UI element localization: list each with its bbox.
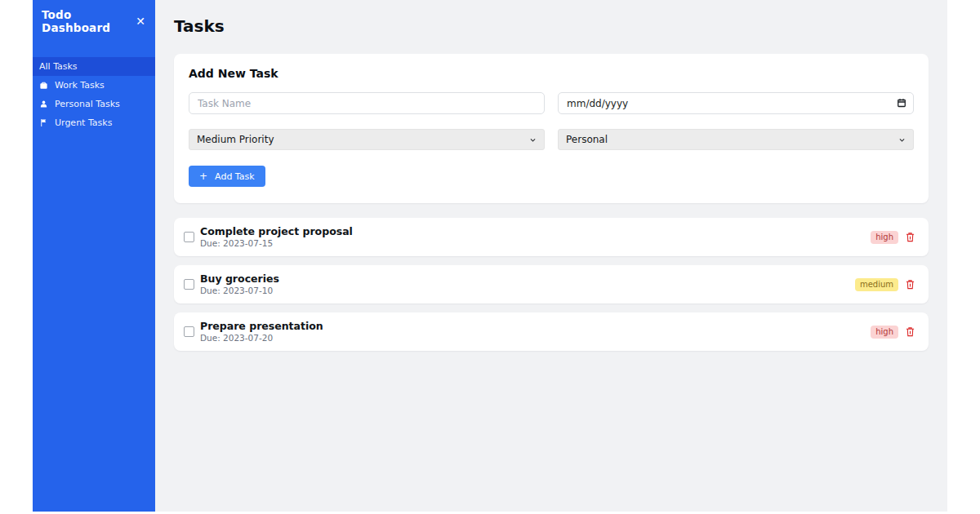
task-row: Buy groceries Due: 2023-07-10 medium bbox=[174, 265, 929, 304]
due-date-input[interactable]: mm/dd/yyyy bbox=[558, 92, 914, 114]
task-actions: medium bbox=[855, 278, 915, 291]
task-title: Buy groceries bbox=[200, 273, 279, 286]
app-window: Todo Dashboard ✕ All Tasks Work Tasks Pe… bbox=[33, 0, 947, 512]
sidebar-item-all-tasks[interactable]: All Tasks bbox=[33, 57, 155, 76]
sidebar-item-label: All Tasks bbox=[39, 61, 78, 72]
task-row: Prepare presentation Due: 2023-07-20 hig… bbox=[174, 312, 929, 351]
close-icon[interactable]: ✕ bbox=[136, 16, 145, 27]
priority-badge: high bbox=[871, 231, 898, 244]
task-title: Prepare presentation bbox=[200, 320, 323, 333]
task-due-date: Due: 2023-07-20 bbox=[200, 333, 323, 343]
form-title: Add New Task bbox=[189, 67, 914, 80]
task-checkbox[interactable] bbox=[184, 279, 194, 290]
trash-icon bbox=[905, 279, 915, 290]
priority-select[interactable]: Medium Priority bbox=[189, 129, 545, 150]
task-actions: high bbox=[871, 231, 915, 244]
task-info: Complete project proposal Due: 2023-07-1… bbox=[200, 225, 353, 250]
task-checkbox[interactable] bbox=[184, 326, 194, 337]
task-actions: high bbox=[871, 326, 915, 339]
task-title: Complete project proposal bbox=[200, 225, 353, 238]
sidebar-item-label: Work Tasks bbox=[55, 80, 105, 91]
category-select[interactable]: Personal bbox=[558, 129, 914, 150]
trash-icon bbox=[905, 326, 915, 337]
task-row: Complete project proposal Due: 2023-07-1… bbox=[174, 218, 929, 256]
task-checkbox[interactable] bbox=[184, 232, 194, 242]
flag-icon bbox=[39, 118, 48, 127]
person-icon bbox=[39, 100, 48, 109]
add-task-button-label: Add Task bbox=[215, 171, 255, 182]
task-due-date: Due: 2023-07-15 bbox=[200, 238, 353, 249]
delete-task-button[interactable] bbox=[905, 232, 915, 242]
delete-task-button[interactable] bbox=[905, 326, 915, 337]
main-content: Tasks Add New Task mm/dd/yyyy Medium Pri… bbox=[155, 0, 947, 512]
sidebar-item-label: Personal Tasks bbox=[55, 99, 120, 109]
sidebar-item-label: Urgent Tasks bbox=[55, 117, 112, 128]
task-name-input[interactable] bbox=[189, 92, 545, 114]
calendar-icon[interactable] bbox=[897, 95, 906, 111]
add-task-button[interactable]: + Add Task bbox=[189, 166, 265, 187]
sidebar-header: Todo Dashboard ✕ bbox=[33, 0, 155, 34]
page-title: Tasks bbox=[174, 16, 929, 36]
priority-badge: medium bbox=[855, 278, 898, 291]
task-info: Prepare presentation Due: 2023-07-20 bbox=[200, 320, 323, 344]
sidebar-item-personal-tasks[interactable]: Personal Tasks bbox=[33, 95, 155, 113]
add-task-form: Add New Task mm/dd/yyyy Medium Priority bbox=[174, 54, 929, 203]
delete-task-button[interactable] bbox=[905, 279, 915, 290]
briefcase-icon bbox=[39, 81, 48, 90]
form-grid: mm/dd/yyyy Medium Priority Personal bbox=[189, 92, 914, 150]
task-due-date: Due: 2023-07-10 bbox=[200, 286, 279, 296]
due-date-value: mm/dd/yyyy bbox=[567, 98, 628, 109]
trash-icon bbox=[905, 232, 915, 242]
chevron-down-icon bbox=[529, 136, 537, 144]
task-info: Buy groceries Due: 2023-07-10 bbox=[200, 273, 279, 297]
sidebar-nav: All Tasks Work Tasks Personal Tasks Urge… bbox=[33, 57, 155, 132]
chevron-down-icon bbox=[898, 136, 906, 144]
priority-select-value: Medium Priority bbox=[197, 134, 274, 145]
plus-icon: + bbox=[199, 171, 207, 182]
priority-badge: high bbox=[871, 326, 898, 339]
task-list: Complete project proposal Due: 2023-07-1… bbox=[174, 218, 929, 351]
sidebar-item-urgent-tasks[interactable]: Urgent Tasks bbox=[33, 113, 155, 132]
sidebar-item-work-tasks[interactable]: Work Tasks bbox=[33, 76, 155, 95]
sidebar-title: Todo Dashboard bbox=[42, 8, 136, 34]
category-select-value: Personal bbox=[566, 134, 608, 145]
sidebar: Todo Dashboard ✕ All Tasks Work Tasks Pe… bbox=[33, 0, 155, 512]
